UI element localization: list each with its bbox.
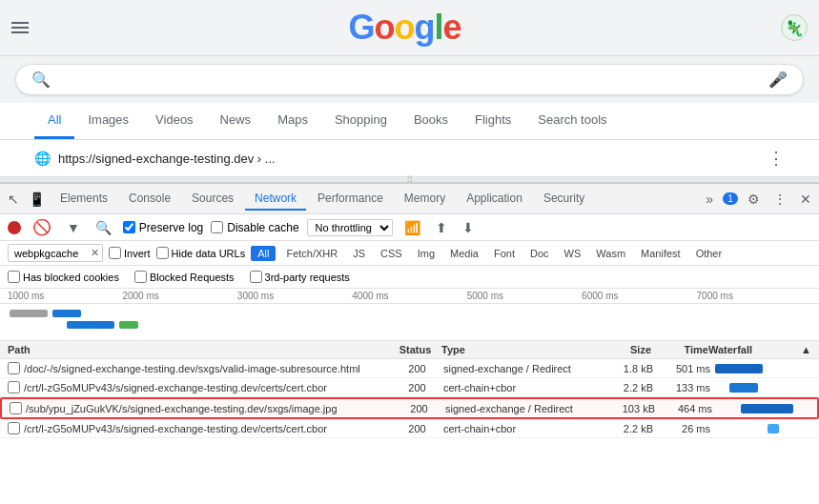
row-checkbox-3[interactable] bbox=[8, 422, 20, 434]
tab-shopping[interactable]: Shopping bbox=[321, 103, 400, 139]
col-header-size[interactable]: Size bbox=[594, 344, 651, 355]
type-filter-ws[interactable]: WS bbox=[560, 247, 586, 260]
tab-images[interactable]: Images bbox=[74, 103, 142, 139]
type-filter-font[interactable]: Font bbox=[489, 247, 520, 260]
timeline-bars bbox=[0, 304, 819, 340]
timeline-area: 1000 ms 2000 ms 3000 ms 4000 ms 5000 ms … bbox=[0, 289, 819, 341]
hamburger-icon[interactable] bbox=[11, 22, 29, 33]
table-row[interactable]: /doc/-/s/signed-exchange-testing.dev/sxg… bbox=[0, 359, 819, 378]
tab-security[interactable]: Security bbox=[534, 188, 594, 211]
tab-performance[interactable]: Performance bbox=[308, 188, 393, 211]
type-filter-media[interactable]: Media bbox=[445, 247, 483, 260]
wifi-icon[interactable]: 📶 bbox=[400, 218, 424, 237]
network-table[interactable]: /doc/-/s/signed-exchange-testing.dev/sxg… bbox=[0, 359, 819, 468]
tab-console[interactable]: Console bbox=[119, 188, 180, 211]
type-filter-js[interactable]: JS bbox=[348, 247, 370, 260]
row-status-3: 200 bbox=[391, 423, 443, 434]
tab-videos[interactable]: Videos bbox=[142, 103, 207, 139]
mic-icon[interactable]: 🎤 bbox=[768, 71, 788, 89]
filter-input-wrap: ✕ bbox=[8, 244, 103, 262]
row-waterfall-2 bbox=[712, 404, 809, 413]
export-icon[interactable]: ⬇ bbox=[459, 218, 478, 237]
row-waterfall-0 bbox=[710, 364, 811, 373]
tab-all[interactable]: All bbox=[34, 103, 74, 139]
filter-input[interactable] bbox=[14, 248, 91, 259]
import-icon[interactable]: ⬆ bbox=[432, 218, 451, 237]
col-header-time[interactable]: Time bbox=[651, 344, 708, 355]
search-bar: 🔍 "SXG content with an image" 🎤 bbox=[15, 64, 804, 95]
col-header-type[interactable]: Type bbox=[441, 344, 594, 355]
tick-1000: 1000 ms bbox=[8, 291, 122, 301]
row-status-2: 200 bbox=[393, 403, 445, 414]
blocked-requests-checkbox[interactable]: Blocked Requests bbox=[134, 271, 235, 283]
google-logo: Google bbox=[348, 8, 461, 48]
tab-elements[interactable]: Elements bbox=[51, 188, 117, 211]
tick-3000: 3000 ms bbox=[237, 291, 352, 301]
filter-clear-icon[interactable]: ✕ bbox=[91, 247, 99, 259]
devtools-mobile-icon[interactable]: 📱 bbox=[25, 190, 49, 209]
row-checkbox-1[interactable] bbox=[8, 381, 20, 393]
filter-icon[interactable]: ▼ bbox=[63, 218, 84, 237]
devtools-more-icon[interactable]: ⋮ bbox=[769, 190, 790, 209]
search-icon: 🔍 bbox=[31, 71, 51, 89]
tab-news[interactable]: News bbox=[207, 103, 265, 139]
hide-data-urls-checkbox[interactable]: Hide data URLs bbox=[156, 247, 246, 259]
row-time-0: 501 ms bbox=[653, 363, 710, 374]
avatar[interactable]: 🦎 bbox=[781, 14, 808, 41]
type-filter-img[interactable]: Img bbox=[413, 247, 440, 260]
table-row[interactable]: /crt/l-zG5oMUPv43/s/signed-exchange-test… bbox=[0, 419, 819, 438]
result-more-icon[interactable]: ⋮ bbox=[768, 148, 785, 169]
col-header-path[interactable]: Path bbox=[8, 344, 389, 355]
preserve-log-checkbox[interactable]: Preserve log bbox=[123, 221, 203, 234]
tab-memory[interactable]: Memory bbox=[395, 188, 455, 211]
devtools-panel: ↖ 📱 Elements Console Sources Network Per… bbox=[0, 182, 819, 468]
row-status-0: 200 bbox=[391, 363, 443, 374]
more-tabs-icon[interactable]: » bbox=[702, 190, 717, 209]
third-party-checkbox[interactable]: 3rd-party requests bbox=[250, 271, 350, 283]
type-filter-wasm[interactable]: Wasm bbox=[591, 247, 630, 260]
tick-4000: 4000 ms bbox=[352, 291, 466, 301]
tab-books[interactable]: Books bbox=[400, 103, 461, 139]
row-size-3: 2.2 kB bbox=[596, 423, 653, 434]
disable-cache-checkbox[interactable]: Disable cache bbox=[211, 221, 298, 234]
type-filter-other[interactable]: Other bbox=[691, 247, 727, 260]
settings-icon[interactable]: ⚙ bbox=[744, 190, 764, 209]
col-header-status[interactable]: Status bbox=[389, 344, 441, 355]
type-filter-manifest[interactable]: Manifest bbox=[636, 247, 686, 260]
record-button[interactable] bbox=[8, 221, 21, 234]
search-input[interactable]: "SXG content with an image" bbox=[58, 71, 761, 88]
type-filter-css[interactable]: CSS bbox=[376, 247, 407, 260]
col-header-waterfall[interactable]: Waterfall ▲ bbox=[708, 344, 811, 355]
type-filter-doc[interactable]: Doc bbox=[525, 247, 554, 260]
devtools-cursor-icon[interactable]: ↖ bbox=[4, 190, 23, 209]
row-checkbox-2[interactable] bbox=[10, 402, 22, 414]
search-network-icon[interactable]: 🔍 bbox=[92, 218, 115, 237]
close-devtools-icon[interactable]: ✕ bbox=[796, 190, 815, 209]
tab-sources[interactable]: Sources bbox=[182, 188, 243, 211]
row-path-0: /doc/-/s/signed-exchange-testing.dev/sxg… bbox=[24, 363, 391, 374]
globe-icon: 🌐 bbox=[34, 151, 51, 166]
tab-search-tools[interactable]: Search tools bbox=[524, 103, 620, 139]
search-result: 🌐 https://signed-exchange-testing.dev › … bbox=[0, 140, 819, 177]
clear-button[interactable]: 🚫 bbox=[29, 216, 55, 238]
nav-tabs: All Images Videos News Maps Shopping Boo… bbox=[0, 103, 819, 140]
row-waterfall-3 bbox=[710, 424, 811, 433]
throttle-select[interactable]: No throttling bbox=[307, 219, 393, 236]
row-checkbox-0[interactable] bbox=[8, 362, 20, 374]
row-type-2: signed-exchange / Redirect bbox=[445, 403, 598, 414]
row-size-0: 1.8 kB bbox=[596, 363, 653, 374]
filter-row: ✕ Invert Hide data URLs All Fetch/XHR JS… bbox=[0, 241, 819, 266]
tab-application[interactable]: Application bbox=[457, 188, 532, 211]
tab-network[interactable]: Network bbox=[245, 188, 306, 211]
invert-checkbox[interactable]: Invert bbox=[109, 247, 151, 259]
tab-flights[interactable]: Flights bbox=[461, 103, 524, 139]
extra-filters-row: Has blocked cookies Blocked Requests 3rd… bbox=[0, 266, 819, 289]
table-row[interactable]: /crt/l-zG5oMUPv43/s/signed-exchange-test… bbox=[0, 378, 819, 397]
type-filter-fetch[interactable]: Fetch/XHR bbox=[281, 247, 342, 260]
tab-maps[interactable]: Maps bbox=[264, 103, 321, 139]
type-filter-all[interactable]: All bbox=[251, 246, 276, 261]
network-table-header: Path Status Type Size Time Waterfall ▲ bbox=[0, 341, 819, 359]
table-row-highlighted[interactable]: /sub/ypu_jZuGukVK/s/signed-exchange-test… bbox=[0, 397, 819, 419]
row-path-2: /sub/ypu_jZuGukVK/s/signed-exchange-test… bbox=[26, 403, 393, 414]
blocked-cookies-checkbox[interactable]: Has blocked cookies bbox=[8, 271, 119, 283]
